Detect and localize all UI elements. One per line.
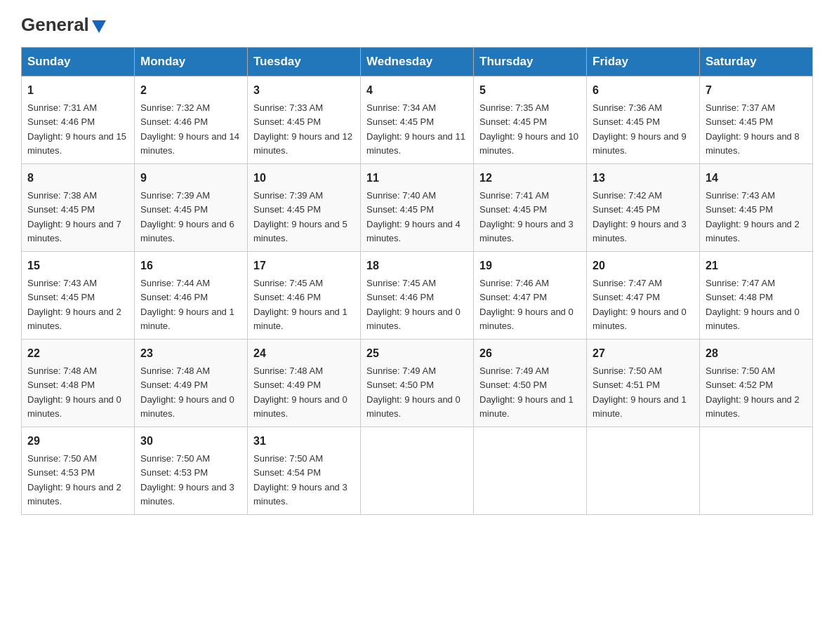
calendar-body: 1Sunrise: 7:31 AMSunset: 4:46 PMDaylight… xyxy=(22,76,813,515)
calendar-cell: 6Sunrise: 7:36 AMSunset: 4:45 PMDaylight… xyxy=(587,76,700,164)
calendar-cell: 23Sunrise: 7:48 AMSunset: 4:49 PMDayligh… xyxy=(135,340,248,427)
calendar-week-row: 15Sunrise: 7:43 AMSunset: 4:45 PMDayligh… xyxy=(22,252,813,340)
calendar-cell: 28Sunrise: 7:50 AMSunset: 4:52 PMDayligh… xyxy=(700,340,813,427)
day-number: 6 xyxy=(593,82,694,99)
day-info: Sunrise: 7:32 AMSunset: 4:46 PMDaylight:… xyxy=(140,102,239,156)
day-number: 31 xyxy=(253,433,355,450)
logo: General xyxy=(21,14,106,33)
day-info: Sunrise: 7:43 AMSunset: 4:45 PMDaylight:… xyxy=(706,190,800,243)
day-number: 19 xyxy=(479,257,581,274)
day-info: Sunrise: 7:33 AMSunset: 4:45 PMDaylight:… xyxy=(253,102,352,156)
calendar-cell: 5Sunrise: 7:35 AMSunset: 4:45 PMDaylight… xyxy=(474,76,587,164)
day-number: 29 xyxy=(27,433,128,450)
col-tuesday: Tuesday xyxy=(248,48,361,76)
day-number: 9 xyxy=(140,170,241,187)
day-number: 7 xyxy=(706,82,807,99)
calendar-week-row: 22Sunrise: 7:48 AMSunset: 4:48 PMDayligh… xyxy=(22,340,813,427)
page-header: General xyxy=(21,14,813,33)
calendar-cell: 30Sunrise: 7:50 AMSunset: 4:53 PMDayligh… xyxy=(135,427,248,515)
day-number: 30 xyxy=(140,433,241,450)
day-number: 20 xyxy=(593,257,694,274)
day-number: 4 xyxy=(366,82,468,99)
calendar-cell: 16Sunrise: 7:44 AMSunset: 4:46 PMDayligh… xyxy=(135,252,248,340)
calendar-cell: 21Sunrise: 7:47 AMSunset: 4:48 PMDayligh… xyxy=(700,252,813,340)
calendar-cell: 11Sunrise: 7:40 AMSunset: 4:45 PMDayligh… xyxy=(361,164,474,252)
day-info: Sunrise: 7:37 AMSunset: 4:45 PMDaylight:… xyxy=(706,102,800,156)
calendar-cell: 15Sunrise: 7:43 AMSunset: 4:45 PMDayligh… xyxy=(22,252,135,340)
calendar-cell: 22Sunrise: 7:48 AMSunset: 4:48 PMDayligh… xyxy=(22,340,135,427)
calendar-cell: 20Sunrise: 7:47 AMSunset: 4:47 PMDayligh… xyxy=(587,252,700,340)
day-info: Sunrise: 7:49 AMSunset: 4:50 PMDaylight:… xyxy=(479,365,574,419)
day-number: 28 xyxy=(706,345,807,362)
calendar-cell: 31Sunrise: 7:50 AMSunset: 4:54 PMDayligh… xyxy=(248,427,361,515)
day-info: Sunrise: 7:50 AMSunset: 4:54 PMDaylight:… xyxy=(253,453,348,507)
calendar-week-row: 29Sunrise: 7:50 AMSunset: 4:53 PMDayligh… xyxy=(22,427,813,515)
day-number: 1 xyxy=(27,82,128,99)
calendar-table: Sunday Monday Tuesday Wednesday Thursday… xyxy=(21,47,813,515)
calendar-cell: 25Sunrise: 7:49 AMSunset: 4:50 PMDayligh… xyxy=(361,340,474,427)
day-info: Sunrise: 7:47 AMSunset: 4:47 PMDaylight:… xyxy=(593,278,687,331)
day-info: Sunrise: 7:34 AMSunset: 4:45 PMDaylight:… xyxy=(366,102,465,156)
day-number: 24 xyxy=(253,345,355,362)
day-info: Sunrise: 7:50 AMSunset: 4:51 PMDaylight:… xyxy=(593,365,687,419)
day-number: 15 xyxy=(27,257,128,274)
calendar-cell: 10Sunrise: 7:39 AMSunset: 4:45 PMDayligh… xyxy=(248,164,361,252)
day-info: Sunrise: 7:48 AMSunset: 4:49 PMDaylight:… xyxy=(140,365,234,419)
calendar-cell: 18Sunrise: 7:45 AMSunset: 4:46 PMDayligh… xyxy=(361,252,474,340)
calendar-header-row: Sunday Monday Tuesday Wednesday Thursday… xyxy=(22,48,813,76)
calendar-week-row: 1Sunrise: 7:31 AMSunset: 4:46 PMDaylight… xyxy=(22,76,813,164)
day-info: Sunrise: 7:50 AMSunset: 4:52 PMDaylight:… xyxy=(706,365,800,419)
day-number: 10 xyxy=(253,170,355,187)
day-info: Sunrise: 7:48 AMSunset: 4:49 PMDaylight:… xyxy=(253,365,348,419)
calendar-cell: 1Sunrise: 7:31 AMSunset: 4:46 PMDaylight… xyxy=(22,76,135,164)
day-info: Sunrise: 7:35 AMSunset: 4:45 PMDaylight:… xyxy=(479,102,578,156)
calendar-cell xyxy=(361,427,474,515)
day-info: Sunrise: 7:41 AMSunset: 4:45 PMDaylight:… xyxy=(479,190,574,243)
day-info: Sunrise: 7:43 AMSunset: 4:45 PMDaylight:… xyxy=(27,278,121,331)
calendar-cell: 3Sunrise: 7:33 AMSunset: 4:45 PMDaylight… xyxy=(248,76,361,164)
calendar-week-row: 8Sunrise: 7:38 AMSunset: 4:45 PMDaylight… xyxy=(22,164,813,252)
calendar-cell: 19Sunrise: 7:46 AMSunset: 4:47 PMDayligh… xyxy=(474,252,587,340)
day-info: Sunrise: 7:44 AMSunset: 4:46 PMDaylight:… xyxy=(140,278,234,331)
day-number: 16 xyxy=(140,257,241,274)
calendar-cell: 29Sunrise: 7:50 AMSunset: 4:53 PMDayligh… xyxy=(22,427,135,515)
day-info: Sunrise: 7:40 AMSunset: 4:45 PMDaylight:… xyxy=(366,190,461,243)
day-info: Sunrise: 7:50 AMSunset: 4:53 PMDaylight:… xyxy=(27,453,121,507)
day-number: 23 xyxy=(140,345,241,362)
calendar-cell: 4Sunrise: 7:34 AMSunset: 4:45 PMDaylight… xyxy=(361,76,474,164)
calendar-cell: 9Sunrise: 7:39 AMSunset: 4:45 PMDaylight… xyxy=(135,164,248,252)
calendar-cell: 2Sunrise: 7:32 AMSunset: 4:46 PMDaylight… xyxy=(135,76,248,164)
day-info: Sunrise: 7:38 AMSunset: 4:45 PMDaylight:… xyxy=(27,190,121,243)
calendar-cell: 7Sunrise: 7:37 AMSunset: 4:45 PMDaylight… xyxy=(700,76,813,164)
col-wednesday: Wednesday xyxy=(361,48,474,76)
day-info: Sunrise: 7:31 AMSunset: 4:46 PMDaylight:… xyxy=(27,102,126,156)
calendar-cell: 24Sunrise: 7:48 AMSunset: 4:49 PMDayligh… xyxy=(248,340,361,427)
calendar-cell: 13Sunrise: 7:42 AMSunset: 4:45 PMDayligh… xyxy=(587,164,700,252)
col-friday: Friday xyxy=(587,48,700,76)
day-number: 17 xyxy=(253,257,355,274)
day-number: 21 xyxy=(706,257,807,274)
calendar-cell xyxy=(587,427,700,515)
day-number: 13 xyxy=(593,170,694,187)
col-monday: Monday xyxy=(135,48,248,76)
day-number: 25 xyxy=(366,345,468,362)
calendar-cell: 12Sunrise: 7:41 AMSunset: 4:45 PMDayligh… xyxy=(474,164,587,252)
day-info: Sunrise: 7:46 AMSunset: 4:47 PMDaylight:… xyxy=(479,278,574,331)
day-number: 8 xyxy=(27,170,128,187)
day-info: Sunrise: 7:39 AMSunset: 4:45 PMDaylight:… xyxy=(253,190,348,243)
col-thursday: Thursday xyxy=(474,48,587,76)
day-number: 5 xyxy=(479,82,581,99)
day-number: 18 xyxy=(366,257,468,274)
day-number: 11 xyxy=(366,170,468,187)
calendar-cell: 14Sunrise: 7:43 AMSunset: 4:45 PMDayligh… xyxy=(700,164,813,252)
day-number: 27 xyxy=(593,345,694,362)
day-number: 12 xyxy=(479,170,581,187)
day-info: Sunrise: 7:50 AMSunset: 4:53 PMDaylight:… xyxy=(140,453,234,507)
calendar-cell: 17Sunrise: 7:45 AMSunset: 4:46 PMDayligh… xyxy=(248,252,361,340)
calendar-cell: 26Sunrise: 7:49 AMSunset: 4:50 PMDayligh… xyxy=(474,340,587,427)
calendar-cell: 8Sunrise: 7:38 AMSunset: 4:45 PMDaylight… xyxy=(22,164,135,252)
day-info: Sunrise: 7:45 AMSunset: 4:46 PMDaylight:… xyxy=(253,278,348,331)
logo-general-text: General xyxy=(21,14,89,36)
day-info: Sunrise: 7:47 AMSunset: 4:48 PMDaylight:… xyxy=(706,278,800,331)
day-number: 26 xyxy=(479,345,581,362)
